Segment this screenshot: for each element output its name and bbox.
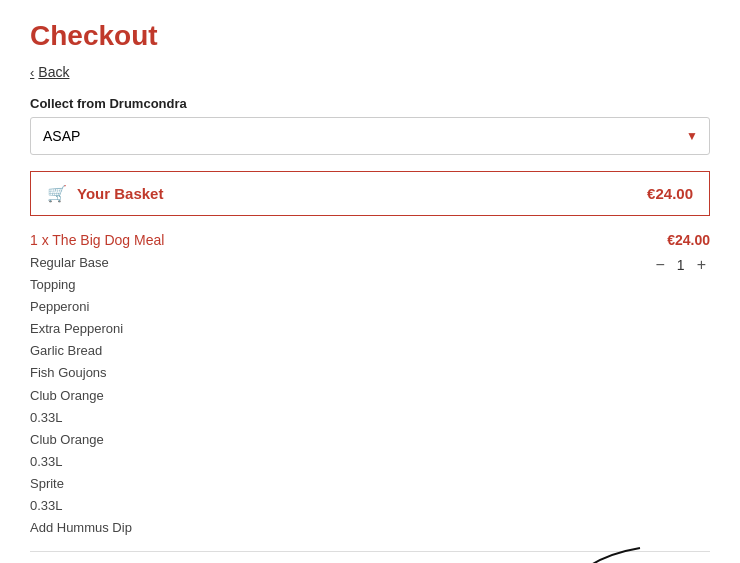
arrow-graphic — [430, 538, 650, 563]
order-item-hummus: Add Hummus Dip — [30, 517, 652, 539]
quantity-controls: − 1 + — [652, 254, 710, 276]
page-title: Checkout — [30, 20, 710, 52]
order-item-033l-3: 0.33L — [30, 495, 652, 517]
order-details: 1 x The Big Dog Meal Regular Base Toppin… — [30, 232, 652, 539]
order-item-club-orange-2: Club Orange — [30, 429, 652, 451]
order-item-club-orange-1: Club Orange — [30, 385, 652, 407]
item-price: €24.00 — [667, 232, 710, 248]
order-title: 1 x The Big Dog Meal — [30, 232, 652, 248]
order-item-sprite: Sprite — [30, 473, 652, 495]
order-item-033l-1: 0.33L — [30, 407, 652, 429]
order-item-topping: Topping — [30, 274, 652, 296]
chevron-left-icon: ‹ — [30, 65, 34, 80]
order-item-regular-base: Regular Base — [30, 252, 652, 274]
order-item-fish-goujons: Fish Goujons — [30, 362, 652, 384]
basket-total: €24.00 — [647, 185, 693, 202]
back-label: Back — [38, 64, 69, 80]
time-select-wrapper: ASAP 15 min 30 min ▼ — [30, 117, 710, 155]
order-item-extra-pepperoni: Extra Pepperoni — [30, 318, 652, 340]
basket-label: Your Basket — [77, 185, 163, 202]
decrease-quantity-button[interactable]: − — [652, 254, 669, 276]
order-section: 1 x The Big Dog Meal Regular Base Toppin… — [30, 232, 710, 552]
cart-icon: 🛒 — [47, 184, 67, 203]
increase-quantity-button[interactable]: + — [693, 254, 710, 276]
order-item-033l-2: 0.33L — [30, 451, 652, 473]
back-link[interactable]: ‹ Back — [30, 64, 710, 80]
order-item-pepperoni: Pepperoni — [30, 296, 652, 318]
basket-label-group: 🛒 Your Basket — [47, 184, 163, 203]
order-item-garlic-bread: Garlic Bread — [30, 340, 652, 362]
order-controls: €24.00 − 1 + — [652, 232, 710, 539]
basket-header: 🛒 Your Basket €24.00 — [30, 171, 710, 216]
collect-label: Collect from Drumcondra — [30, 96, 710, 111]
time-select[interactable]: ASAP 15 min 30 min — [30, 117, 710, 155]
quantity-value: 1 — [677, 257, 685, 273]
